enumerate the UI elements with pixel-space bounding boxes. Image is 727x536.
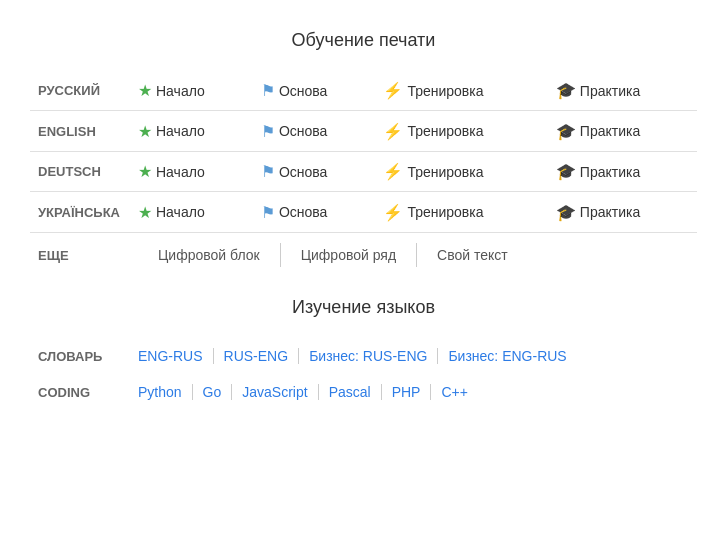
тренировка-icon: ⚡ <box>383 81 403 100</box>
action-link-тренировка[interactable]: ⚡Тренировка <box>383 81 483 100</box>
начало-icon: ★ <box>138 203 152 222</box>
action-label: Тренировка <box>407 164 483 180</box>
dict-links: ENG-RUSRUS-ENGБизнес: RUS-ENGБизнес: ENG… <box>138 348 689 364</box>
action-label: Практика <box>580 164 640 180</box>
dict-label: СЛОВАРЬ <box>30 338 130 374</box>
dict-link[interactable]: RUS-ENG <box>214 348 300 364</box>
начало-icon: ★ <box>138 81 152 100</box>
action-label: Начало <box>156 123 205 139</box>
language-label: DEUTSCH <box>30 152 130 192</box>
etc-row: ЕЩЕЦифровой блокЦифровой рядСвой текст <box>30 233 697 277</box>
action-label: Практика <box>580 204 640 220</box>
coding-row: CODING PythonGoJavaScriptPascalPHPC++ <box>30 374 697 410</box>
тренировка-icon: ⚡ <box>383 162 403 181</box>
etc-link[interactable]: Цифровой ряд <box>281 243 417 267</box>
тренировка-icon: ⚡ <box>383 122 403 141</box>
начало-icon: ★ <box>138 122 152 141</box>
action-label: Начало <box>156 83 205 99</box>
typing-row: DEUTSCH★Начало⚑Основа⚡Тренировка🎓Практик… <box>30 152 697 192</box>
language-table: СЛОВАРЬ ENG-RUSRUS-ENGБизнес: RUS-ENGБиз… <box>30 338 697 410</box>
action-link-основа[interactable]: ⚑Основа <box>261 162 327 181</box>
action-link-начало[interactable]: ★Начало <box>138 162 205 181</box>
action-label: Начало <box>156 204 205 220</box>
основа-icon: ⚑ <box>261 203 275 222</box>
action-link-основа[interactable]: ⚑Основа <box>261 122 327 141</box>
typing-table: РУССКИЙ★Начало⚑Основа⚡Тренировка🎓Практик… <box>30 71 697 277</box>
action-label: Тренировка <box>407 83 483 99</box>
основа-icon: ⚑ <box>261 122 275 141</box>
dict-link[interactable]: Бизнес: RUS-ENG <box>299 348 438 364</box>
action-link-практика[interactable]: 🎓Практика <box>556 162 640 181</box>
практика-icon: 🎓 <box>556 81 576 100</box>
action-label: Основа <box>279 123 327 139</box>
coding-link[interactable]: C++ <box>431 384 477 400</box>
action-link-практика[interactable]: 🎓Практика <box>556 81 640 100</box>
action-link-начало[interactable]: ★Начало <box>138 122 205 141</box>
typing-section-title: Обучение печати <box>30 30 697 51</box>
action-link-начало[interactable]: ★Начало <box>138 81 205 100</box>
language-label: РУССКИЙ <box>30 71 130 111</box>
coding-links: PythonGoJavaScriptPascalPHPC++ <box>138 384 689 400</box>
etc-links-wrapper: Цифровой блокЦифровой рядСвой текст <box>138 243 689 267</box>
language-label: ENGLISH <box>30 112 130 152</box>
action-label: Основа <box>279 83 327 99</box>
typing-row: ENGLISH★Начало⚑Основа⚡Тренировка🎓Практик… <box>30 112 697 152</box>
основа-icon: ⚑ <box>261 162 275 181</box>
etc-link[interactable]: Свой текст <box>417 243 528 267</box>
coding-link[interactable]: PHP <box>382 384 432 400</box>
основа-icon: ⚑ <box>261 81 275 100</box>
action-label: Начало <box>156 164 205 180</box>
coding-label: CODING <box>30 374 130 410</box>
etc-link[interactable]: Цифровой блок <box>138 243 281 267</box>
typing-row: УКРАЇНСЬКА★Начало⚑Основа⚡Тренировка🎓Прак… <box>30 193 697 233</box>
action-link-тренировка[interactable]: ⚡Тренировка <box>383 203 483 222</box>
практика-icon: 🎓 <box>556 162 576 181</box>
action-link-основа[interactable]: ⚑Основа <box>261 81 327 100</box>
typing-row: РУССКИЙ★Начало⚑Основа⚡Тренировка🎓Практик… <box>30 71 697 111</box>
coding-link[interactable]: Python <box>138 384 193 400</box>
action-link-начало[interactable]: ★Начало <box>138 203 205 222</box>
language-section-title: Изучение языков <box>30 297 697 318</box>
action-link-тренировка[interactable]: ⚡Тренировка <box>383 122 483 141</box>
практика-icon: 🎓 <box>556 122 576 141</box>
action-link-основа[interactable]: ⚑Основа <box>261 203 327 222</box>
action-label: Основа <box>279 204 327 220</box>
тренировка-icon: ⚡ <box>383 203 403 222</box>
action-label: Тренировка <box>407 204 483 220</box>
coding-link[interactable]: Go <box>193 384 233 400</box>
etc-label: ЕЩЕ <box>30 233 130 277</box>
action-link-практика[interactable]: 🎓Практика <box>556 203 640 222</box>
coding-link[interactable]: JavaScript <box>232 384 318 400</box>
dict-row: СЛОВАРЬ ENG-RUSRUS-ENGБизнес: RUS-ENGБиз… <box>30 338 697 374</box>
dict-link[interactable]: Бизнес: ENG-RUS <box>438 348 576 364</box>
action-label: Тренировка <box>407 123 483 139</box>
практика-icon: 🎓 <box>556 203 576 222</box>
action-label: Практика <box>580 123 640 139</box>
language-label: УКРАЇНСЬКА <box>30 193 130 233</box>
начало-icon: ★ <box>138 162 152 181</box>
coding-link[interactable]: Pascal <box>319 384 382 400</box>
action-label: Основа <box>279 164 327 180</box>
action-link-тренировка[interactable]: ⚡Тренировка <box>383 162 483 181</box>
action-link-практика[interactable]: 🎓Практика <box>556 122 640 141</box>
action-label: Практика <box>580 83 640 99</box>
dict-link[interactable]: ENG-RUS <box>138 348 214 364</box>
